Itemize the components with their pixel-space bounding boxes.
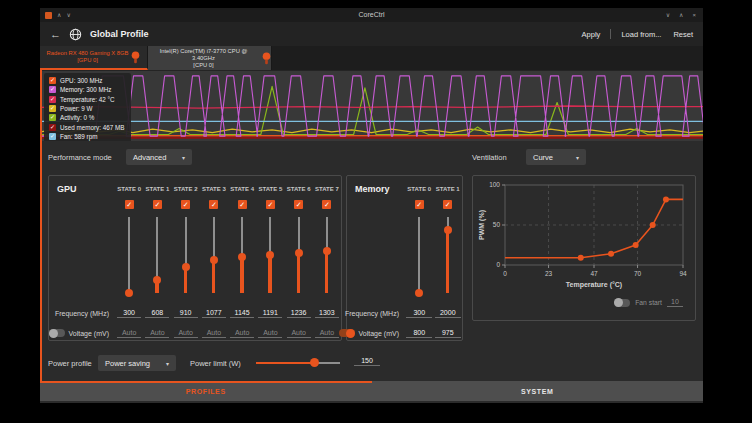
- fan-curve-point-1[interactable]: [608, 251, 614, 257]
- legend-checkbox-activity[interactable]: ✓: [49, 114, 56, 121]
- gpu-state-checkbox-5[interactable]: ✓: [266, 200, 275, 209]
- memory-voltage-toggle-knob: [346, 329, 355, 338]
- gpu-state-checkbox-1[interactable]: ✓: [153, 200, 162, 209]
- gpu-voltage-value-2[interactable]: Auto: [174, 329, 198, 338]
- legend-checkbox-gpu[interactable]: ✓: [49, 77, 56, 84]
- legend-checkbox-used-memory[interactable]: ✓: [49, 124, 56, 131]
- ventilation-mode-dropdown[interactable]: Curve ▾: [526, 149, 586, 165]
- maximize-button[interactable]: ∧: [679, 8, 683, 22]
- gpu-state-slider-5-handle[interactable]: [266, 251, 274, 259]
- gpu-state-slider-0-handle[interactable]: [125, 289, 133, 297]
- gpu-frequency-value-3[interactable]: 1077: [202, 309, 226, 318]
- gpu-state-slider-1[interactable]: [151, 213, 163, 301]
- performance-mode-dropdown[interactable]: Advanced ▾: [126, 149, 192, 165]
- gpu-voltage-toggle[interactable]: [49, 329, 65, 337]
- fan-curve-ylabel: PWM (%): [478, 210, 486, 240]
- gpu-state-checkbox-2[interactable]: ✓: [181, 200, 190, 209]
- gpu-frequency-value-6[interactable]: 1236: [287, 309, 311, 318]
- legend-item-power: ✓Power: 9 W: [49, 104, 124, 113]
- gpu-frequency-value-2[interactable]: 910: [174, 309, 198, 318]
- fan-start-toggle[interactable]: [614, 299, 630, 307]
- legend-checkbox-fan[interactable]: ✓: [49, 133, 56, 140]
- fan-curve-point-2[interactable]: [633, 242, 639, 248]
- legend-checkbox-memory[interactable]: ✓: [49, 86, 56, 93]
- fan-curve-point-3[interactable]: [650, 222, 656, 228]
- tab-system[interactable]: SYSTEM: [372, 381, 704, 401]
- fan-curve-point-4[interactable]: [663, 196, 669, 202]
- memory-state-slider-0[interactable]: [413, 213, 425, 301]
- gpu-state-slider-5[interactable]: [264, 213, 276, 301]
- device-tab-gpu-name: Radeon RX 480 Gaming X 8GB: [47, 50, 129, 57]
- gpu-voltage-value-4[interactable]: Auto: [230, 329, 254, 338]
- gpu-frequency-value-4[interactable]: 1145: [230, 309, 254, 318]
- gpu-state-slider-2-handle[interactable]: [182, 263, 190, 271]
- gpu-state-slider-3[interactable]: [208, 213, 220, 301]
- gpu-voltage-value-0[interactable]: Auto: [117, 329, 141, 338]
- gpu-state-slider-3-handle[interactable]: [210, 256, 218, 264]
- gpu-state-slider-0-track[interactable]: [128, 217, 130, 293]
- minimize-button[interactable]: ∨: [666, 8, 670, 22]
- gpu-frequency-value-1[interactable]: 608: [145, 309, 169, 318]
- memory-state-checkbox-0[interactable]: ✓: [415, 200, 424, 209]
- power-profile-dropdown[interactable]: Power saving ▾: [98, 355, 176, 371]
- memory-frequency-value-1[interactable]: 2000: [435, 309, 461, 318]
- gpu-state-slider-1-handle[interactable]: [153, 276, 161, 284]
- gpu-state-checkbox-0[interactable]: ✓: [125, 200, 134, 209]
- titlebar[interactable]: ∧ ∨ CoreCtrl ∨ ∧ ×: [40, 8, 703, 22]
- gpu-voltage-value-5[interactable]: Auto: [258, 329, 282, 338]
- memory-voltage-toggle[interactable]: [339, 329, 355, 337]
- gpu-state-cell: [200, 213, 228, 301]
- gpu-state-slider-7[interactable]: [321, 213, 333, 301]
- fan-curve-point-0[interactable]: [578, 255, 584, 261]
- legend-checkbox-power[interactable]: ✓: [49, 105, 56, 112]
- memory-voltage-value-1[interactable]: 975: [435, 329, 461, 338]
- tab-profiles[interactable]: PROFILES: [40, 381, 372, 401]
- profile-content: Performance mode Advanced ▾ Ventilation …: [40, 141, 703, 381]
- gpu-state-checkbox-4[interactable]: ✓: [238, 200, 247, 209]
- gpu-device-icon: [131, 51, 140, 64]
- gpu-state-slider-6-handle[interactable]: [295, 249, 303, 257]
- memory-voltage-value-0[interactable]: 800: [406, 329, 432, 338]
- fan-curve-ytick: 0: [496, 261, 500, 268]
- gpu-state-slider-7-handle[interactable]: [323, 247, 331, 255]
- legend-item-gpu: ✓GPU: 300 MHz: [49, 76, 124, 85]
- power-limit-value[interactable]: 150: [354, 357, 380, 366]
- memory-frequency-value-0[interactable]: 300: [406, 309, 432, 318]
- gpu-state-slider-4-handle[interactable]: [238, 253, 246, 261]
- memory-state-slider-1[interactable]: [442, 213, 454, 301]
- load-from-button[interactable]: Load from...: [621, 30, 661, 39]
- gpu-frequency-value-0[interactable]: 300: [117, 309, 141, 318]
- back-button[interactable]: ←: [50, 22, 61, 46]
- reset-button[interactable]: Reset: [673, 30, 693, 39]
- gpu-voltage-value-1[interactable]: Auto: [145, 329, 169, 338]
- gpu-voltage-value-3[interactable]: Auto: [202, 329, 226, 338]
- legend-checkbox-temperature[interactable]: ✓: [49, 96, 56, 103]
- legend-label-temperature: Temperature: 42 °C: [60, 96, 115, 103]
- memory-state-checkbox-1[interactable]: ✓: [443, 200, 452, 209]
- apply-button[interactable]: Apply: [582, 30, 601, 39]
- gpu-state-cell: ✓: [172, 200, 200, 209]
- gpu-state-slider-4[interactable]: [236, 213, 248, 301]
- memory-state-slider-1-handle[interactable]: [444, 226, 452, 234]
- gpu-state-checkbox-6[interactable]: ✓: [294, 200, 303, 209]
- fan-curve-xtick: 47: [590, 270, 598, 277]
- gpu-state-slider-2[interactable]: [180, 213, 192, 301]
- gpu-state-slider-0[interactable]: [123, 213, 135, 301]
- gpu-frequency-value-5[interactable]: 1191: [258, 309, 282, 318]
- power-limit-slider[interactable]: [256, 355, 340, 371]
- gpu-state-checkbox-3[interactable]: ✓: [209, 200, 218, 209]
- power-limit-handle[interactable]: [310, 358, 319, 367]
- fan-start-value[interactable]: 10: [667, 298, 683, 307]
- fan-curve-chart[interactable]: 023477094050100Temperature (°C)PWM (%): [475, 179, 693, 297]
- gpu-voltage-value-6[interactable]: Auto: [287, 329, 311, 338]
- memory-state-slider-0-handle[interactable]: [415, 289, 423, 297]
- close-button[interactable]: ×: [692, 8, 696, 22]
- gpu-voltage-value-7[interactable]: Auto: [315, 329, 339, 338]
- memory-state-slider-0-track[interactable]: [418, 217, 420, 293]
- gpu-state-checkbox-7[interactable]: ✓: [322, 200, 331, 209]
- device-tab-gpu[interactable]: Radeon RX 480 Gaming X 8GB [GPU 0]: [40, 46, 148, 70]
- device-tab-cpu[interactable]: Intel(R) Core(TM) i7-3770 CPU @ 3.40GHz …: [148, 46, 272, 70]
- gpu-frequency-value-7[interactable]: 1303: [315, 309, 339, 318]
- gpu-state-slider-6[interactable]: [293, 213, 305, 301]
- gpu-row: ✓✓✓✓✓✓✓✓: [49, 197, 341, 211]
